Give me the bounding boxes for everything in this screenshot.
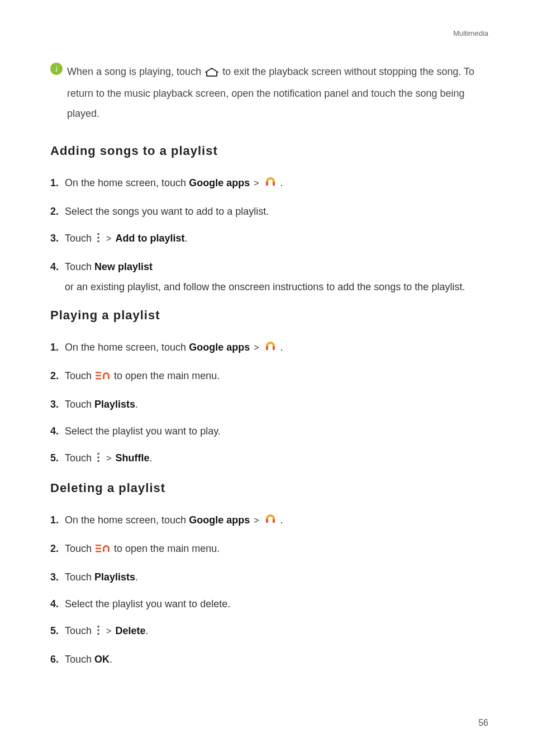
more-vert-icon (96, 450, 101, 470)
svg-rect-16 (98, 460, 99, 462)
home-outline-icon (205, 63, 218, 83)
more-vert-icon (96, 622, 101, 642)
step: Touch to open the main menu. (50, 538, 488, 560)
step: Touch New playlist or an existing playli… (50, 257, 488, 297)
svg-rect-20 (96, 548, 101, 550)
svg-rect-6 (98, 240, 99, 242)
section-header: Multimedia (453, 29, 488, 37)
svg-rect-23 (108, 549, 110, 552)
svg-rect-12 (103, 376, 104, 379)
steps-deleting: On the home screen, touch Google apps > … (50, 510, 488, 669)
svg-rect-8 (273, 346, 275, 350)
svg-rect-24 (98, 626, 99, 627)
svg-rect-15 (98, 457, 99, 459)
svg-rect-3 (273, 182, 275, 186)
svg-rect-18 (273, 519, 275, 523)
play-music-icon (264, 174, 277, 195)
info-text-pre: When a song is playing, touch (67, 66, 204, 77)
svg-text:i: i (55, 64, 58, 73)
page-number: 56 (478, 718, 488, 728)
more-vert-icon (96, 230, 101, 250)
step: Touch OK. (50, 649, 488, 669)
step: Touch Playlists. (50, 394, 488, 414)
svg-rect-17 (266, 519, 268, 523)
step: Select the playlist you want to delete. (50, 594, 488, 614)
step: Touch > Delete. (50, 621, 488, 642)
info-note: i When a song is playing, touch to exit … (50, 62, 488, 124)
heading-deleting: Deleting a playlist (50, 481, 488, 495)
svg-rect-25 (98, 630, 99, 631)
svg-rect-22 (103, 549, 104, 552)
svg-rect-4 (98, 233, 99, 235)
step: On the home screen, touch Google apps > … (50, 510, 488, 532)
play-music-icon (264, 339, 277, 359)
svg-rect-7 (266, 346, 268, 350)
step: On the home screen, touch Google apps > … (50, 337, 488, 359)
svg-rect-21 (96, 551, 101, 552)
step: Touch > Shuffle. (50, 448, 488, 470)
svg-rect-19 (96, 545, 101, 546)
svg-rect-5 (98, 237, 99, 239)
step: Touch to open the main menu. (50, 366, 488, 388)
svg-rect-13 (108, 376, 110, 379)
play-music-icon (264, 512, 277, 532)
svg-rect-10 (96, 375, 101, 377)
heading-adding: Adding songs to a playlist (50, 144, 488, 158)
svg-rect-11 (96, 378, 101, 380)
svg-rect-9 (96, 372, 101, 374)
step: On the home screen, touch Google apps > … (50, 173, 488, 195)
menu-headphones-icon (96, 367, 110, 388)
steps-adding: On the home screen, touch Google apps > … (50, 173, 488, 297)
step: Touch > Add to playlist. (50, 228, 488, 250)
info-icon: i (50, 63, 63, 75)
svg-rect-26 (98, 633, 99, 635)
steps-playing: On the home screen, touch Google apps > … (50, 337, 488, 470)
heading-playing: Playing a playlist (50, 308, 488, 323)
step: Select the playlist you want to play. (50, 421, 488, 441)
step: Touch Playlists. (50, 567, 488, 587)
menu-headphones-icon (96, 540, 110, 560)
svg-rect-2 (266, 182, 268, 186)
svg-rect-14 (98, 453, 99, 455)
step: Select the songs you want to add to a pl… (50, 201, 488, 221)
